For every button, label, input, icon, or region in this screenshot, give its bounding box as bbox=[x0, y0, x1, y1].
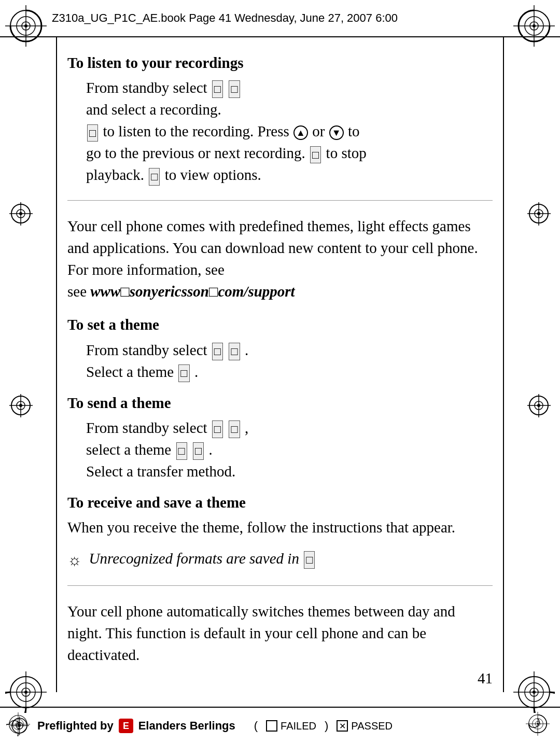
footer-logo: Preflighted by E Elanders Berlings bbox=[37, 718, 235, 734]
menu-icon-4: □ bbox=[229, 343, 240, 360]
failed-checkbox: FAILED bbox=[266, 720, 316, 732]
elanders-logo-icon: E bbox=[118, 718, 134, 734]
side-line-right bbox=[503, 37, 504, 692]
tip-icon: ☼ bbox=[67, 549, 82, 571]
passed-label: PASSED bbox=[351, 720, 393, 732]
tip-row: ☼ Unrecognized formats are saved in □ bbox=[67, 548, 493, 571]
menu-icon-2: □ bbox=[229, 80, 240, 98]
options-icon: □ bbox=[149, 168, 160, 186]
set-theme-body: From standby select □ □ . Select a theme… bbox=[86, 339, 493, 383]
send-theme-title: To send a theme bbox=[67, 392, 493, 414]
recordings-line2: and select a recording. bbox=[86, 99, 493, 120]
receive-theme-body: When you receive the theme, follow the i… bbox=[67, 516, 493, 538]
paragraph-auto-switch: Your cell phone automatically switches t… bbox=[67, 600, 493, 666]
recordings-body: From standby select □ □ and select a rec… bbox=[86, 77, 493, 186]
send-theme-line2: select a theme □ □ . bbox=[86, 439, 493, 460]
recordings-line1: From standby select □ □ bbox=[86, 77, 493, 99]
separator-2 bbox=[67, 585, 493, 586]
section-receive-theme: To receive and save a theme When you rec… bbox=[67, 492, 493, 538]
recordings-line4: playback. □ to view options. bbox=[86, 164, 493, 186]
menu-icon-6: □ bbox=[229, 420, 240, 438]
page-number: 41 bbox=[478, 670, 493, 687]
side-mark-right-mid bbox=[527, 394, 551, 417]
menu-icon-1: □ bbox=[212, 80, 223, 98]
set-theme-line2: Select a theme □ . bbox=[86, 361, 493, 383]
set-theme-title: To set a theme bbox=[67, 314, 493, 335]
side-line-left bbox=[56, 37, 57, 692]
recordings-title: To listen to your recordings bbox=[67, 52, 493, 74]
circle-down-icon: ▼ bbox=[329, 125, 344, 140]
svg-text:E: E bbox=[123, 721, 129, 731]
menu-icon-5: □ bbox=[212, 420, 223, 438]
recordings-line3d: go to the previous or next recording. □ … bbox=[86, 142, 493, 164]
send-theme-line1: From standby select □ □ , bbox=[86, 417, 493, 439]
footer-separator-2: ) bbox=[325, 719, 328, 733]
footer-bar: Preflighted by E Elanders Berlings ( FAI… bbox=[0, 707, 560, 744]
header-bar: Z310a_UG_P1C_AE.book Page 41 Wednesday, … bbox=[0, 0, 560, 37]
stop-icon: □ bbox=[310, 146, 321, 164]
company-name: Elanders Berlings bbox=[138, 719, 235, 733]
section-recordings: To listen to your recordings From standb… bbox=[67, 52, 493, 186]
header-text: Z310a_UG_P1C_AE.book Page 41 Wednesday, … bbox=[52, 11, 398, 25]
separator-1 bbox=[67, 200, 493, 201]
send-theme-body: From standby select □ □ , select a theme… bbox=[86, 417, 493, 482]
tip-text: Unrecognized formats are saved in □ bbox=[89, 548, 316, 569]
side-mark-right-top bbox=[527, 202, 551, 226]
side-mark-left-mid bbox=[9, 394, 33, 417]
preflight-text: Preflighted by bbox=[37, 719, 114, 733]
footer-separator: ( bbox=[254, 719, 258, 733]
passed-checkbox-box: ✕ bbox=[337, 720, 348, 732]
paragraph-themes-intro: Your cell phone comes with predefined th… bbox=[67, 215, 493, 302]
play-icon: □ bbox=[87, 124, 98, 142]
theme-select-icon: □ bbox=[178, 364, 189, 382]
tip-format-icon: □ bbox=[304, 551, 315, 569]
main-content: To listen to your recordings From standb… bbox=[67, 52, 493, 677]
see-label: see bbox=[67, 283, 90, 300]
receive-theme-title: To receive and save a theme bbox=[67, 492, 493, 513]
section-set-theme: To set a theme From standby select □ □ .… bbox=[67, 314, 493, 382]
side-mark-left-top bbox=[9, 202, 33, 226]
passed-checkbox: ✕ PASSED bbox=[337, 720, 393, 732]
theme-icon-2: □ bbox=[193, 442, 204, 460]
footer-reg-mark-right bbox=[526, 712, 550, 739]
failed-label: FAILED bbox=[281, 720, 316, 732]
section-send-theme: To send a theme From standby select □ □ … bbox=[67, 392, 493, 482]
footer-reg-mark-left bbox=[6, 712, 30, 740]
recordings-line3: □ to listen to the recording. Press ▲ or… bbox=[86, 120, 493, 142]
send-theme-line3: Select a transfer method. bbox=[86, 460, 493, 482]
url-text: www□sonyericsson□com/support bbox=[90, 283, 295, 300]
failed-checkbox-box bbox=[266, 720, 277, 732]
menu-icon-3: □ bbox=[212, 343, 223, 360]
circle-up-icon: ▲ bbox=[293, 125, 308, 140]
theme-icon-1: □ bbox=[176, 442, 187, 460]
set-theme-line1: From standby select □ □ . bbox=[86, 339, 493, 361]
